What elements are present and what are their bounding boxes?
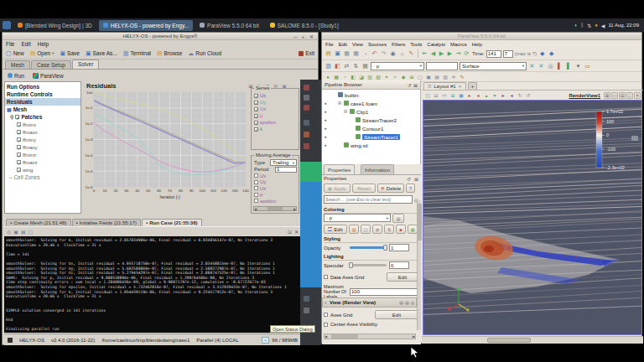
- specular-slider[interactable]: [350, 264, 387, 266]
- nav-patch-ffminy[interactable]: ffminy: [5, 136, 80, 143]
- camera-plus-y-icon[interactable]: ▴: [483, 92, 490, 99]
- search-input[interactable]: [324, 195, 413, 204]
- scroll-left-icon[interactable]: ◀: [254, 207, 257, 211]
- copy-console-icon[interactable]: ▣: [13, 229, 18, 235]
- first-frame-icon[interactable]: ⇤: [421, 50, 428, 58]
- time-value-input[interactable]: [486, 50, 501, 58]
- exit-button[interactable]: Exit: [299, 50, 314, 56]
- console-tab-create[interactable]: ▪Create Mesh (21:51:48): [6, 219, 71, 226]
- reset-view-defaults-icon[interactable]: ◎: [411, 300, 414, 305]
- helyx-menu-file[interactable]: File: [6, 41, 14, 47]
- ma-period-input[interactable]: [275, 167, 297, 173]
- properties-vscrollbar[interactable]: [417, 200, 421, 330]
- add-layout-tab[interactable]: +: [468, 82, 478, 90]
- bell-icon[interactable]: ◗: [574, 23, 578, 28]
- pv-menu-tools[interactable]: Tools: [410, 42, 422, 47]
- nav-patch-ffmaxz[interactable]: ffmaxz: [5, 158, 80, 166]
- timer-icon[interactable]: ◔: [361, 50, 369, 58]
- ma-checkbox-Uy[interactable]: [254, 180, 258, 184]
- capture-screenshot-icon[interactable]: ▦: [343, 50, 351, 58]
- nav-cell-zones[interactable]: – Cell Zones: [5, 173, 80, 181]
- open-paraview-button[interactable]: ParaView: [33, 73, 64, 79]
- ma-checkbox-Uz[interactable]: [254, 186, 258, 190]
- view-window-button-1[interactable]: ▭: [611, 92, 618, 99]
- rescale-custom-range-icon[interactable]: ⇅: [352, 62, 360, 70]
- ma-type-combo[interactable]: Trailing▾: [270, 159, 297, 166]
- helyx-tab-case-setup[interactable]: Case Setup: [31, 60, 71, 69]
- delete-button[interactable]: ✕ Delete: [377, 184, 404, 193]
- nav-patch-ffminx[interactable]: ffminx: [5, 121, 80, 128]
- visibility-eye-icon[interactable]: ●: [322, 109, 329, 114]
- rescale-custom-button[interactable]: ⇅: [384, 225, 394, 234]
- pv-menu-file[interactable]: File: [325, 42, 334, 47]
- nav-runtime-controls[interactable]: Runtime Controls: [5, 90, 80, 98]
- component-combo[interactable]: [426, 62, 458, 70]
- ffminy-checkbox[interactable]: [17, 137, 21, 142]
- toggle-color-legend-icon[interactable]: ▥: [325, 62, 332, 70]
- nav-patch-ffminz[interactable]: ffminz: [5, 151, 80, 158]
- redo-icon[interactable]: ↷: [380, 50, 387, 58]
- pipeline-item-Contour1[interactable]: ●Contour1: [322, 124, 420, 132]
- undo-icon[interactable]: ↶: [371, 50, 378, 58]
- save-log-icon[interactable]: ▤: [21, 229, 26, 235]
- rescale-visible-icon[interactable]: ▌: [556, 62, 564, 70]
- ffmaxy-checkbox[interactable]: [17, 145, 21, 149]
- ma-checkbox-p[interactable]: [254, 193, 258, 197]
- volume-icon[interactable]: ◀: [601, 23, 605, 28]
- edit-color-map-button[interactable]: Edit: [324, 225, 347, 234]
- console-tab-run[interactable]: ▪Run Case (21:55:38): [142, 219, 202, 226]
- bluetooth-icon[interactable]: ᛒ: [581, 23, 584, 28]
- camera-plus-z-icon[interactable]: ▸: [500, 92, 506, 99]
- representation-combo[interactable]: Surface▾: [460, 62, 527, 70]
- helyx-tab-solver[interactable]: Solver: [72, 59, 99, 69]
- browse-button[interactable]: ▤Browse: [157, 50, 182, 57]
- max-labels-input[interactable]: [350, 288, 418, 296]
- wing-checkbox[interactable]: [17, 168, 21, 172]
- save-animation-icon[interactable]: ▦: [352, 50, 360, 58]
- ma-checkbox-epsilon[interactable]: [254, 199, 258, 203]
- link-views-icon[interactable]: ◆: [548, 50, 555, 58]
- expander-icon[interactable]: ⊟: [338, 101, 342, 106]
- camera-minus-z-icon[interactable]: ◂: [508, 92, 515, 99]
- glyph-filter-icon[interactable]: ✦: [383, 74, 390, 80]
- zoom-box-icon[interactable]: ◎: [547, 62, 554, 70]
- last-frame-icon[interactable]: ⇥: [454, 50, 462, 58]
- series-checkbox-Uz[interactable]: [254, 107, 258, 111]
- close-console-icon[interactable]: ✕: [294, 229, 299, 235]
- previous-frame-icon[interactable]: ◀: [429, 50, 437, 58]
- patches-checkbox[interactable]: [15, 115, 19, 119]
- legend-options-button[interactable]: ▢: [361, 225, 371, 234]
- split-horizontal-icon[interactable]: ◫: [424, 92, 431, 99]
- axes-grid-checkbox[interactable]: [324, 313, 328, 317]
- detach-console-icon[interactable]: ⊡: [288, 229, 292, 235]
- pipeline-item-Clip1[interactable]: ●⊟Clip1: [322, 107, 420, 116]
- camera-minus-x-icon[interactable]: ◂: [475, 92, 481, 99]
- edit-color-icon[interactable]: ✎: [408, 50, 415, 58]
- pv-menu-help[interactable]: Help: [472, 42, 482, 47]
- helyx-menu-edit[interactable]: Edit: [21, 41, 30, 47]
- solver-log-terminal[interactable]: smoothSolver: Solving for k, Initial res…: [4, 236, 301, 333]
- visibility-eye-icon[interactable]: ●: [322, 134, 329, 139]
- paraview-titlebar[interactable]: ParaView 5.5.0 64-bit: [322, 33, 641, 40]
- camera-plus-x-icon[interactable]: ▸: [466, 92, 473, 99]
- slice-filter-icon[interactable]: ◪: [358, 74, 365, 80]
- tab-properties[interactable]: Properties: [324, 164, 355, 174]
- helyx-window-buttons[interactable]: ─ + ✕: [293, 34, 315, 39]
- wrap-log-icon[interactable]: ▢: [29, 229, 34, 235]
- view-window-button-3[interactable]: □: [626, 92, 633, 99]
- visibility-eye-icon[interactable]: ●: [322, 126, 329, 131]
- data-axes-grid-checkbox[interactable]: [324, 275, 328, 279]
- edit-color-map-icon[interactable]: ◧: [334, 62, 341, 70]
- preview-icon[interactable]: ▭: [441, 92, 448, 99]
- opacity-value-input[interactable]: [389, 244, 409, 251]
- more-camera-caret-icon[interactable]: ▾: [574, 62, 582, 70]
- nav-patch-ffmaxy[interactable]: ffmaxy: [5, 143, 80, 151]
- nav-run-options[interactable]: Run Options: [5, 83, 80, 90]
- properties-close-icon[interactable]: ⊠: [414, 176, 418, 182]
- visibility-eye-icon[interactable]: ●: [322, 101, 329, 106]
- select-surface-points-icon[interactable]: ▣: [425, 74, 432, 80]
- pv-menu-macros[interactable]: Macros: [450, 42, 467, 47]
- rescale-temporal-icon[interactable]: ▌: [565, 62, 573, 70]
- pen-annotation-icon[interactable]: ✎: [459, 74, 465, 80]
- rescale-button[interactable]: ⇄: [372, 225, 382, 234]
